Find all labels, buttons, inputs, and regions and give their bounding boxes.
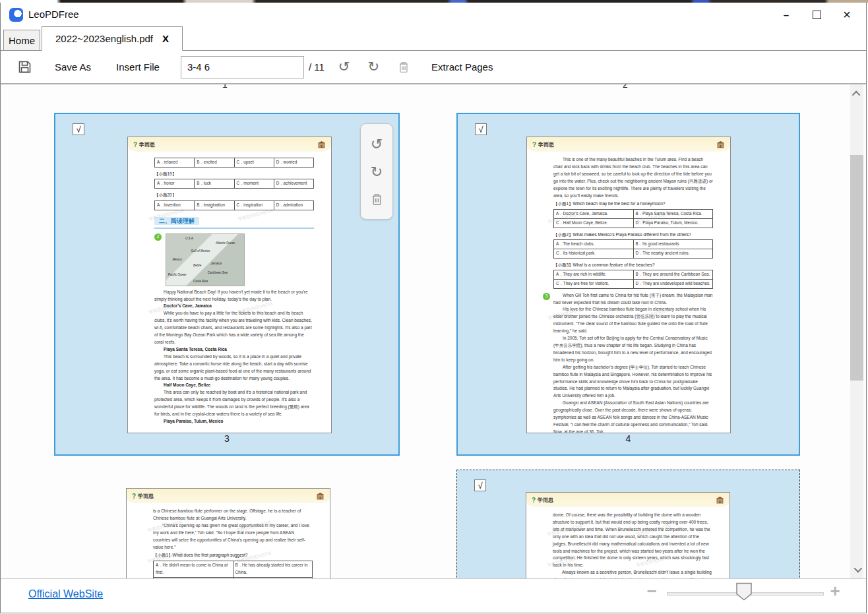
logo-text: 学而思 [139, 141, 155, 148]
page-4-number: 4 [458, 433, 799, 444]
checkmark-icon: √ [76, 125, 80, 134]
logo-text: 学而思 [538, 497, 553, 504]
text-label: 【小题3】What is a common feature of the bea… [553, 262, 713, 269]
page-5-thumbnail[interactable]: ?学而思 is a Chinese bamboo flute performer… [126, 488, 330, 578]
scrollbar-thumb[interactable] [850, 155, 863, 381]
vertical-scrollbar[interactable] [850, 84, 863, 578]
text-para: This is one of the many beautiful beache… [553, 156, 713, 199]
logo-question-icon: ? [532, 141, 536, 148]
options-table: A．They are rich in wildlife.B．They are a… [553, 270, 713, 288]
zoom-in-button[interactable]: + [825, 581, 845, 601]
text-para: “China’s opening up has given me great o… [153, 522, 313, 551]
options-table: A．inventionB．imaginationC．inspirationD．a… [154, 200, 314, 210]
page-4-thumbnail[interactable]: ?学而思 This is one of the many beautiful b… [526, 137, 731, 433]
rotate-right-icon[interactable]: ↻ [367, 60, 379, 74]
text-para: After getting his bachelor’s degree (学士学… [553, 364, 713, 400]
text-para: In 2005, Toh set off for Beijing to appl… [553, 335, 713, 364]
options-table: A．The beach clubs.B．Its good restaurants… [553, 239, 713, 258]
page-6-checkbox[interactable]: √ [474, 479, 486, 491]
tab-document[interactable]: 2022~2023english.pdf X [42, 26, 183, 51]
maximize-button[interactable] [801, 3, 832, 26]
thumbnail-action-panel: ↺ ↻ [360, 123, 393, 220]
map-figure: 2U.S.A.Atlantic OceanGulf of MexicoMexic… [154, 233, 314, 286]
building-icon [316, 492, 325, 500]
save-as-button[interactable]: Save As [55, 61, 91, 73]
page-4-content: This is one of the many beautiful beache… [527, 152, 730, 433]
delete-pages-button[interactable] [398, 61, 410, 73]
text-label: 【小题1】What does the first paragraph sugge… [153, 552, 313, 559]
clipped-page-number-2: 2 [623, 84, 628, 90]
options-table: A．He didn’t mean to come to China at fir… [153, 561, 313, 578]
app-title: LeoPDFree [28, 9, 79, 20]
tab-home[interactable]: Home [3, 30, 40, 50]
text-para: Guangxi and ASEAN (Association of South … [553, 400, 713, 433]
close-button[interactable]: ✕ [832, 3, 862, 26]
page-3-content: A．relaxedB．excitedC．upsetD．worried【小题19】… [128, 152, 331, 425]
page-5-content: is a Chinese bamboo flute performer on t… [127, 503, 330, 578]
save-icon [18, 60, 32, 74]
text-label: 【小题1】Which beach may be the best for a h… [553, 200, 713, 208]
page-3-checkbox[interactable]: √ [73, 123, 84, 135]
chevron-down-icon [853, 564, 862, 572]
page-total-label: / 11 [309, 61, 325, 73]
panel-rotate-right-icon[interactable]: ↻ [371, 165, 383, 179]
tab-close-icon[interactable]: X [162, 33, 169, 44]
paper-header: ?学而思 [526, 493, 729, 507]
clipped-page-number-1: 1 [222, 84, 228, 90]
logo-question-icon: ? [132, 493, 136, 500]
page-3-thumbnail[interactable]: ?学而思 A．relaxedB．excitedC．upsetD．worried【… [127, 137, 332, 433]
thumbnail-grid: 1 2 √ ?学而思 A．relaxedB．excitedC．upsetD．wo… [1, 84, 866, 578]
text-label: 【小题19】 [154, 171, 314, 178]
scroll-down-button[interactable] [850, 563, 863, 576]
tab-bar: Home 2022~2023english.pdf X [1, 26, 866, 51]
page-4-selection[interactable]: √ ?学而思 This is one of the many beautiful… [456, 113, 800, 456]
paper-header: ?学而思 [128, 137, 331, 152]
title-bar: LeoPDFree – ✕ [1, 3, 866, 26]
trash-icon [398, 61, 410, 73]
rotate-left-icon[interactable]: ↺ [338, 60, 350, 74]
page-6-content: dome. Of course, there was the possibili… [526, 507, 729, 578]
text-label: 【小题2】What makes Mexico’s Playa Paraiso d… [553, 231, 713, 239]
text-bold: Half Moon Caye, Belize [154, 382, 314, 389]
page-3-selection[interactable]: √ ?学而思 A．relaxedB．excitedC．upsetD．worrie… [54, 113, 400, 456]
text-para: dome. Of course, there was the possibili… [553, 512, 712, 569]
text-para: His love for the Chinese bamboo flute be… [553, 306, 713, 335]
options-table: A．relaxedB．excitedC．upsetD．worried [154, 158, 314, 168]
minimize-button[interactable]: – [771, 3, 801, 26]
text-para: While you do have to pay a little for th… [154, 310, 314, 346]
building-icon [716, 140, 725, 148]
panel-rotate-left-icon[interactable]: ↺ [371, 137, 383, 152]
scroll-up-button[interactable] [850, 87, 863, 100]
page-3-number: 3 [55, 433, 398, 444]
text-para: Always known as a secretive person, Brun… [553, 569, 712, 578]
panel-trash-icon[interactable] [371, 193, 383, 206]
text-para: Happy National Beach Day! If you haven’t… [154, 289, 314, 303]
text-label: 【小题20】 [154, 192, 314, 199]
app-logo-icon [9, 8, 23, 22]
extract-pages-button[interactable]: Extract Pages [431, 61, 493, 73]
insert-file-button[interactable]: Insert File [116, 61, 160, 73]
checkmark-icon: √ [478, 481, 482, 490]
paper-header: ?学而思 [527, 137, 730, 152]
logo-text: 学而思 [138, 493, 154, 500]
paper-header: ?学而思 [127, 489, 330, 503]
section-heading: 二、阅读理解 [154, 216, 314, 229]
status-bar: Official WebSite − + [1, 578, 866, 613]
text-bold: Playa Santa Teresa, Costa Rica [154, 346, 314, 353]
page-6-thumbnail[interactable]: ?学而思 dome. Of course, there was the poss… [526, 492, 730, 578]
page-range-input[interactable] [181, 56, 304, 78]
page-6-selection[interactable]: √ ?学而思 dome. Of course, there was the po… [456, 470, 800, 578]
official-website-link[interactable]: Official WebSite [28, 588, 103, 600]
text-bold: Doctor’s Cave, Jamaica [154, 303, 314, 310]
text-bold: Playa Paraiso, Tulum, Mexico [154, 418, 314, 425]
text-para: This beach is surrounded by woods, so it… [154, 353, 314, 383]
text-para: is a Chinese bamboo flute performer on t… [153, 508, 313, 522]
save-button[interactable] [15, 60, 34, 74]
tab-document-label: 2022~2023english.pdf [55, 33, 153, 44]
options-table: A．honorB．luckC．momentD．achievement [154, 179, 314, 189]
text-para: This area can only be reached by boat an… [154, 389, 314, 418]
zoom-out-button[interactable]: − [642, 581, 662, 601]
text-para: 3When Gill Toh first came to China for h… [553, 292, 713, 307]
zoom-slider-thumb[interactable] [735, 582, 753, 603]
page-4-checkbox[interactable]: √ [475, 123, 487, 135]
